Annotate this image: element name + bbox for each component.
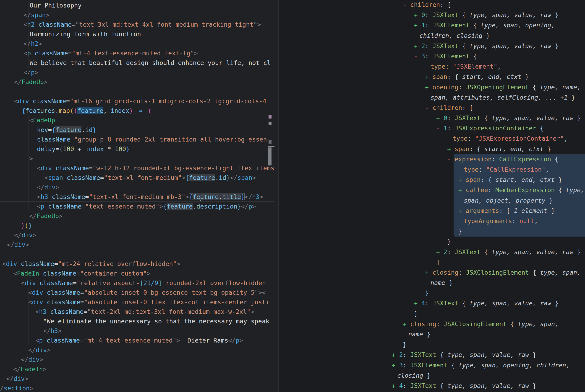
ast-node-line[interactable]: - children: [ — [0, 0, 585, 10]
expand-toggle-icon[interactable]: + — [392, 362, 399, 369]
ast-tree: - children: [+ 0: JSXText { type, span, … — [0, 0, 585, 391]
token: } — [545, 197, 553, 204]
ast-node-line[interactable]: children, closing } — [0, 30, 585, 41]
token: 1 — [421, 22, 425, 29]
token: JSXText — [410, 382, 436, 389]
ast-node-line[interactable]: + 2: JSXText { type, span, value, raw } — [0, 41, 585, 51]
ast-node-line[interactable]: + 4: JSXText { type, span, value, raw } — [0, 380, 585, 391]
token: : — [425, 22, 433, 29]
token: "JSXElement" — [453, 63, 497, 70]
expand-toggle-icon[interactable]: + — [414, 300, 421, 307]
expand-toggle-icon[interactable]: + — [425, 73, 433, 80]
ast-node-line[interactable]: + closing: JSXClosingElement { type, spa… — [0, 319, 585, 329]
ast-node-line[interactable]: closing } — [0, 370, 585, 380]
ast-node-line[interactable]: - children: [ — [0, 102, 585, 113]
expand-toggle-icon[interactable]: + — [425, 269, 433, 276]
expand-toggle-icon[interactable]: + — [414, 22, 421, 29]
expand-toggle-icon[interactable]: + — [403, 320, 410, 328]
token: : — [447, 114, 455, 122]
ast-node-line[interactable]: type: "CallExpression", — [0, 164, 585, 174]
ast-node-line[interactable]: type: "JSXExpressionContainer", — [0, 133, 585, 144]
ast-node-line[interactable]: } — [0, 226, 585, 236]
expand-toggle-icon[interactable]: + — [436, 114, 444, 122]
ast-node-line[interactable]: span, object, property } — [0, 195, 585, 206]
expand-toggle-icon[interactable]: + — [425, 84, 433, 91]
expand-toggle-icon[interactable]: + — [392, 382, 399, 389]
ast-node-line[interactable]: } — [0, 339, 585, 350]
token: expression — [455, 156, 492, 163]
token: } — [447, 238, 451, 245]
ast-node-line[interactable]: ] — [0, 257, 585, 267]
token: { — [470, 53, 477, 60]
ast-node-line[interactable]: } — [0, 236, 585, 246]
ast-node-line[interactable]: + 2: JSXText { type, span, value, raw } — [0, 350, 585, 360]
token: start, end, ctxt — [495, 176, 555, 183]
ast-node-line[interactable]: + 3: JSXElement { type, span, opening, c… — [0, 360, 585, 370]
collapse-toggle-icon[interactable]: - — [425, 104, 433, 111]
token: 1 — [444, 125, 447, 132]
ast-node-line[interactable]: typeArguments: null, — [0, 216, 585, 226]
token: JSXText — [432, 12, 458, 18]
ast-node-line[interactable]: + span: { start, end, ctxt } — [0, 174, 585, 185]
ast-node-line[interactable]: + arguments: [ 1 element ] — [0, 206, 585, 216]
ast-node-line[interactable]: type: "JSXElement", — [0, 61, 585, 72]
token: } — [551, 300, 559, 307]
ast-node-line[interactable]: + callee: MemberExpression { type, — [0, 185, 585, 195]
token: { — [458, 42, 470, 50]
token: : — [447, 125, 455, 132]
ast-node-line[interactable]: + 0: JSXText { type, span, value, raw } — [0, 113, 585, 123]
collapse-toggle-icon[interactable]: - — [447, 156, 455, 163]
expand-toggle-icon[interactable]: + — [447, 146, 455, 152]
ast-node-line[interactable]: + 4: JSXText { type, span, value, raw } — [0, 298, 585, 308]
ast-node-line[interactable]: ] — [0, 308, 585, 319]
token: type, span, value, raw — [470, 300, 551, 307]
token: } — [521, 73, 529, 80]
ast-node-line[interactable]: + 0: JSXText { type, span, value, raw } — [0, 10, 585, 20]
token: { — [447, 362, 459, 369]
ast-node-line[interactable]: + span: { start, end, ctxt } — [0, 72, 585, 82]
ast-node-line[interactable]: + span: { start, end, ctxt } — [0, 144, 585, 154]
collapse-toggle-icon[interactable]: - — [436, 125, 444, 132]
token: } — [573, 114, 581, 122]
token: : — [458, 84, 466, 91]
collapse-toggle-icon[interactable]: - — [414, 53, 421, 60]
collapse-toggle-icon[interactable]: - — [403, 1, 410, 8]
ast-node-line[interactable]: + opening: JSXOpeningElement { type, nam… — [0, 82, 585, 92]
token: } — [551, 12, 559, 18]
token: typeArguments — [464, 218, 512, 224]
token: JSXElement — [410, 362, 447, 369]
token: , — [497, 63, 501, 70]
expand-toggle-icon[interactable]: + — [392, 351, 399, 358]
expand-toggle-icon[interactable]: + — [414, 42, 421, 50]
ast-node-line[interactable]: - 1: JSXExpressionContainer { — [0, 123, 585, 133]
ast-node-line[interactable]: name } — [0, 329, 585, 339]
token: : — [403, 351, 410, 358]
token: } — [573, 248, 581, 256]
ast-node-line[interactable]: - expression: CallExpression { — [0, 154, 585, 164]
token: } — [529, 351, 537, 358]
token: { — [529, 84, 540, 91]
expand-toggle-icon[interactable]: + — [458, 207, 466, 214]
token: { — [555, 186, 566, 194]
expand-toggle-icon[interactable]: + — [458, 186, 466, 194]
token: JSXElement — [432, 22, 470, 29]
ast-node-line[interactable]: - 3: JSXElement { — [0, 51, 585, 61]
ast-node-line[interactable]: + 2: JSXText { type, span, value, raw } — [0, 247, 585, 257]
token: : — [403, 362, 410, 369]
ast-node-line[interactable]: + 1: JSXElement { type, span, opening, — [0, 20, 585, 30]
token: JSXText — [432, 42, 458, 50]
expand-toggle-icon[interactable]: + — [436, 248, 444, 256]
token: 2 — [444, 248, 447, 256]
ast-node-line[interactable]: } — [0, 288, 585, 298]
token: : — [447, 248, 455, 256]
ast-node-line[interactable]: name } — [0, 278, 585, 288]
token: JSXText — [410, 351, 436, 358]
ast-node-line[interactable]: + closing: JSXClosingElement { type, spa… — [0, 267, 585, 278]
expand-toggle-icon[interactable]: + — [458, 176, 466, 183]
token: type — [453, 135, 467, 142]
token: JSXText — [432, 300, 458, 307]
ast-node-line[interactable]: span, attributes, selfClosing, ... +1 } — [0, 92, 585, 102]
token: { — [470, 22, 481, 29]
token: ] — [547, 207, 555, 214]
expand-toggle-icon[interactable]: + — [414, 12, 421, 18]
